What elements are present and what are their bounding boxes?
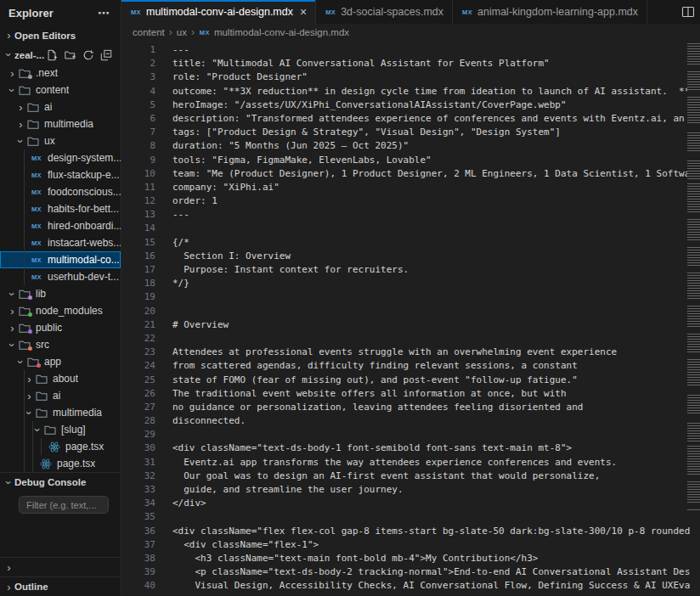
code-line[interactable]: 30<div className="text-ds-body-1 font-se… — [121, 441, 700, 455]
collapsed-section[interactable]: › — [0, 557, 121, 576]
code-line[interactable]: 20 — [121, 305, 700, 318]
code-line[interactable]: 24from scattered agendas, difficulty fin… — [121, 359, 700, 373]
code-line[interactable]: 34</div> — [121, 497, 700, 510]
code-editor[interactable]: 1---2title: "Multimodal AI Conversationa… — [121, 41, 700, 596]
tree-item-design-system[interactable]: MXdesign-system... — [0, 149, 121, 166]
split-editor-icon[interactable] — [681, 5, 695, 19]
tree-item-[slug][interactable]: ›[slug] — [0, 421, 121, 438]
new-folder-icon[interactable] — [64, 49, 76, 61]
code-line[interactable]: 4outcome: "**3X reduction** in design cy… — [121, 85, 700, 98]
tree-item-multimedia[interactable]: ›multimedia — [0, 404, 121, 421]
debug-console-section[interactable]: › Debug Console — [0, 472, 121, 492]
code-line[interactable]: 21# Overview — [121, 318, 700, 332]
breadcrumb-item[interactable]: ux — [177, 27, 187, 37]
code-line[interactable]: 12order: 1 — [121, 194, 700, 208]
tree-item-lib[interactable]: ›lib — [0, 285, 121, 302]
code-line[interactable]: 1--- — [121, 43, 700, 57]
tab-multimodal-conv-ai-design-mdx[interactable]: MXmultimodal-conv-ai-design.mdx× — [121, 0, 316, 24]
code-line[interactable]: 17 Purpose: Instant context for recruite… — [121, 263, 700, 277]
tree-item-multimodal-co[interactable]: MXmultimodal-co... — [0, 251, 121, 268]
project-root-row[interactable]: › zeal-... — [0, 45, 121, 65]
tree-item-node-modules[interactable]: ›node_modules — [0, 302, 121, 319]
tree-item-hired-onboardi[interactable]: MXhired-onboardi... — [0, 217, 121, 234]
code-line[interactable]: 27no guidance or personalization, leavin… — [121, 401, 700, 414]
line-content: The traditional event website offers all… — [155, 387, 567, 401]
code-line[interactable]: 39 <p className="text-ds-body-2 tracking… — [121, 565, 700, 579]
code-line[interactable]: 16 Section I: Overview — [121, 250, 700, 263]
code-line[interactable]: 28disconnected. — [121, 414, 700, 428]
code-line[interactable]: 11company: "XiPhi.ai" — [121, 181, 700, 194]
code-line[interactable]: 8duration: "5 Months (Jun 2025 – Oct 202… — [121, 139, 700, 153]
code-line[interactable]: 9tools: "Figma, FigmaMake, ElevenLabs, L… — [121, 154, 700, 167]
mdx-file-icon: MX — [461, 8, 473, 16]
tab-3d-social-spaces-mdx[interactable]: MX3d-social-spaces.mdx — [316, 0, 453, 24]
code-line[interactable]: 3role: "Product Designer" — [121, 70, 700, 84]
tree-item-flux-stackup-e[interactable]: MXflux-stackup-e... — [0, 166, 121, 183]
code-line[interactable]: 29 — [121, 428, 700, 441]
folder-icon — [18, 322, 31, 334]
refresh-icon[interactable] — [82, 49, 94, 61]
tree-item-src[interactable]: ›src — [0, 336, 121, 353]
code-line[interactable]: 19 — [121, 290, 700, 304]
tree-item-foodconscious[interactable]: MXfoodconscious... — [0, 183, 121, 200]
tree-item-label: design-system... — [48, 152, 121, 164]
code-line[interactable]: 18*/} — [121, 277, 700, 290]
chevron-down-icon: › — [7, 340, 18, 351]
line-content: # Overview — [155, 318, 229, 332]
open-editors-section[interactable]: › Open Editors — [0, 25, 121, 45]
line-content: --- — [155, 43, 189, 57]
tree-item-page-tsx[interactable]: page.tsx — [0, 455, 121, 472]
code-line[interactable]: 22 — [121, 332, 700, 346]
tree-item-label: app — [44, 356, 61, 368]
code-line[interactable]: 37 <div className="flex-1"> — [121, 538, 700, 552]
minimap[interactable] — [687, 43, 700, 512]
code-line[interactable]: 31 Eventz.ai app transforms the way atte… — [121, 456, 700, 469]
folder-status-dot — [28, 346, 32, 351]
code-line[interactable]: 38 <h3 className="text-main font-bold mb… — [121, 552, 700, 565]
breadcrumb-item[interactable]: multimodal-conv-ai-design.mdx — [214, 27, 349, 37]
breadcrumb-item[interactable]: content — [133, 27, 165, 37]
tree-item-content[interactable]: ›content — [0, 82, 121, 98]
code-line[interactable]: 40 Visual Design, Accessibility Checks, … — [121, 579, 700, 593]
code-line[interactable]: 5heroImage: "/assets/UX/XiPhi_Conversati… — [121, 98, 700, 112]
code-line[interactable]: 26The traditional event website offers a… — [121, 387, 700, 401]
line-number: 18 — [121, 277, 155, 290]
tree-item-instacart-webs[interactable]: MXinstacart-webs... — [0, 234, 121, 251]
collapse-all-icon[interactable] — [100, 49, 112, 61]
code-line[interactable]: 10team: "Me (Product Designer), 1 Produc… — [121, 167, 700, 181]
tree-item--next[interactable]: ›.next — [0, 65, 121, 82]
code-line[interactable]: 35 — [121, 510, 700, 524]
tree-item-about[interactable]: ›about — [0, 370, 121, 387]
tree-item-ai[interactable]: ›ai — [0, 98, 121, 115]
indent-guide — [41, 438, 42, 455]
code-line[interactable]: 6description: "Transformed attendees exp… — [121, 112, 700, 126]
code-line[interactable]: 25state of FOMO (fear of missing out), a… — [121, 374, 700, 387]
code-line[interactable]: 32 Our goal was to design an AI-first ev… — [121, 469, 700, 483]
tree-item-page-tsx[interactable]: page.tsx — [0, 438, 121, 455]
tree-item-app[interactable]: ›app — [0, 353, 121, 370]
code-line[interactable]: 36<div className="flex flex-col gap-8 it… — [121, 525, 700, 538]
tab-animal-kingdom-learning-app-mdx[interactable]: MXanimal-kingdom-learning-app.mdx — [453, 0, 647, 24]
tree-item-multimedia[interactable]: ›multimedia — [0, 115, 121, 132]
code-line[interactable]: 7tags: ["Product Design & Strategy", "Vi… — [121, 126, 700, 139]
code-line[interactable]: 33 guide, and streamline the user journe… — [121, 483, 700, 497]
new-file-icon[interactable] — [46, 49, 58, 61]
tree-item-ux[interactable]: ›ux — [0, 132, 121, 149]
line-number: 14 — [121, 222, 155, 235]
tree-item-userhub-dev-t[interactable]: MXuserhub-dev-t... — [0, 268, 121, 285]
explorer-title: Explorer — [8, 7, 54, 20]
debug-filter-input[interactable] — [19, 496, 109, 514]
code-line[interactable]: 15{/* — [121, 236, 700, 250]
mdx-file-icon: MX — [325, 8, 336, 16]
more-actions-icon[interactable]: ⋯ — [98, 6, 110, 20]
tree-item-public[interactable]: ›public — [0, 319, 121, 336]
line-number: 28 — [121, 414, 155, 428]
tree-item-habits-for-bett[interactable]: MXhabits-for-bett... — [0, 200, 121, 217]
close-icon[interactable]: × — [300, 6, 307, 18]
outline-section[interactable]: › Outline — [0, 576, 121, 596]
code-line[interactable]: 13--- — [121, 208, 700, 222]
code-line[interactable]: 14 — [121, 222, 700, 235]
code-line[interactable]: 23Attendees at professional events strug… — [121, 346, 700, 359]
code-line[interactable]: 2title: "Multimodal AI Conversational As… — [121, 57, 700, 70]
tree-item-ai[interactable]: ›ai — [0, 387, 121, 404]
